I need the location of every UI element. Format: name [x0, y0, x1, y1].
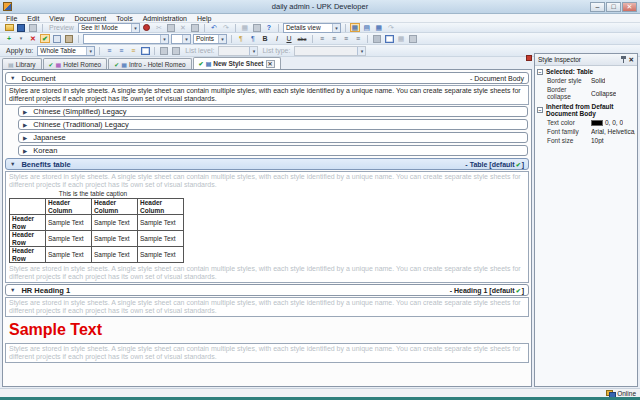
row-above-icon[interactable]: ≡ [104, 46, 114, 55]
add-dropdown-icon[interactable]: ▾ [16, 34, 26, 43]
chevron-down-icon: ▾ [357, 47, 365, 55]
details-view-combo[interactable]: Details view ▾ [283, 23, 341, 33]
menu-view[interactable]: View [49, 15, 64, 22]
minimize-button[interactable]: – [590, 2, 605, 12]
row-below-icon[interactable]: ≡ [116, 46, 126, 55]
chevron-down-icon[interactable]: ▾ [332, 24, 340, 32]
layout-split-icon[interactable]: ▦ [374, 23, 384, 32]
section-header-document[interactable]: ▼ Document - Document Body [5, 72, 529, 84]
layout-refresh-icon[interactable]: ↷ [386, 23, 396, 32]
layout-columns-icon[interactable]: ▦ [350, 23, 360, 32]
group-selected-table[interactable]: − Selected: Table [535, 66, 637, 76]
layout-rows-icon[interactable]: ▤ [362, 23, 372, 32]
properties-icon[interactable] [52, 34, 62, 43]
align-justify-icon[interactable]: ≡ [353, 34, 363, 43]
find-icon[interactable] [252, 23, 262, 32]
paste-icon[interactable] [190, 23, 200, 32]
copy-icon[interactable] [166, 23, 176, 32]
font-size-combo[interactable]: ▾ [171, 34, 191, 44]
default-style-icon[interactable]: ✔ [40, 34, 50, 43]
print-icon[interactable] [28, 23, 38, 32]
section-chinese-traditional[interactable]: ▶ Chinese (Traditional) Legacy [18, 119, 528, 130]
section-korean[interactable]: ▶ Korean [18, 145, 528, 156]
italic-button[interactable]: I [272, 35, 282, 42]
section-chinese-simplified[interactable]: ▶ Chinese (Simplified) Legacy [18, 106, 528, 117]
section-japanese[interactable]: ▶ Japanese [18, 132, 528, 143]
collapse-group-icon[interactable]: − [537, 107, 543, 113]
undo-icon[interactable]: ↶ [209, 23, 219, 32]
close-tab-icon[interactable]: ✕ [266, 60, 275, 68]
document-body-sample[interactable]: Styles are stored in style sheets. A sin… [5, 85, 529, 105]
group-inherited[interactable]: − Inherited from Default Document Body [535, 101, 637, 118]
format-painter-icon[interactable] [64, 34, 74, 43]
sample-table[interactable]: Header Column Header Column Header Colum… [9, 198, 184, 263]
menu-file[interactable]: File [6, 15, 17, 22]
help-icon[interactable]: ? [264, 23, 274, 32]
close-panel-icon[interactable]: ✕ [629, 56, 634, 64]
chevron-down-icon[interactable]: ▾ [160, 35, 168, 43]
menu-administration[interactable]: Administration [143, 15, 187, 22]
tab-intro-hotel-romeo[interactable]: ✔ ▦ Intro - Hotel Romeo [108, 58, 191, 69]
style-type-label: - Document Body [470, 75, 524, 82]
section-header-benefits-table[interactable]: ▼ Benefits table - Table [default✔] [5, 158, 529, 170]
expand-icon[interactable]: ▶ [23, 135, 27, 141]
text-color-icon[interactable]: ¶ [248, 34, 258, 43]
delete-style-icon[interactable]: ✕ [28, 34, 38, 43]
maximize-button[interactable]: □ [606, 2, 621, 12]
insert-table-icon[interactable] [384, 34, 394, 43]
split-cells-icon[interactable] [408, 34, 418, 43]
redo-icon[interactable]: ↷ [221, 23, 231, 32]
collapse-icon[interactable]: ▼ [10, 75, 15, 81]
style-inspector-titlebar[interactable]: Style Inspector ✕ [535, 54, 637, 66]
collapse-group-icon[interactable]: − [537, 69, 543, 75]
prop-font-family: Font family Arial, Helvetica, sans... [535, 127, 637, 136]
align-center-icon[interactable]: ≡ [329, 34, 339, 43]
merge-cells-icon[interactable]: ▦ [396, 34, 406, 43]
align-right-icon[interactable]: ≡ [341, 34, 351, 43]
record-icon[interactable] [142, 23, 152, 32]
expand-icon[interactable]: ▶ [23, 122, 27, 128]
menu-document[interactable]: Document [74, 15, 106, 22]
heading-sample-text[interactable]: Sample Text [9, 321, 525, 339]
chevron-down-icon[interactable]: ▾ [218, 35, 226, 43]
tab-library[interactable]: ▤ Library [2, 58, 42, 69]
open-icon[interactable] [4, 23, 14, 32]
column-left-icon[interactable]: ≡ [128, 46, 138, 55]
chevron-down-icon[interactable]: ▾ [86, 47, 94, 55]
delete-icon[interactable]: ✕ [178, 23, 188, 32]
section-header-hr-heading-1[interactable]: ▼ HR Heading 1 - Heading 1 [default✔] [5, 284, 529, 296]
expand-icon[interactable]: ▶ [23, 148, 27, 154]
play-mode-combo[interactable]: See It! Mode ▾ [78, 23, 140, 33]
pin-icon[interactable] [621, 56, 626, 63]
menu-help[interactable]: Help [197, 15, 211, 22]
paragraph-mark-icon[interactable]: ¶ [236, 34, 246, 43]
align-left-icon[interactable]: ≡ [317, 34, 327, 43]
tab-hotel-romeo[interactable]: ✔ ▦ Hotel Romeo [43, 58, 108, 69]
prop-border-collapse: Border collapse Collapse [535, 85, 637, 101]
collapse-icon[interactable]: ▼ [10, 161, 15, 167]
strikethrough-button[interactable]: abc [296, 36, 308, 42]
collapse-icon[interactable]: ▼ [10, 287, 15, 293]
save-icon[interactable] [16, 23, 26, 32]
delete-row-icon[interactable] [159, 46, 169, 55]
borders-icon[interactable] [140, 46, 150, 55]
apply-to-combo[interactable]: Whole Table ▾ [37, 46, 95, 56]
delete-column-icon[interactable] [171, 46, 181, 55]
chevron-down-icon[interactable]: ▾ [131, 24, 139, 32]
chevron-down-icon[interactable]: ▾ [182, 35, 190, 43]
benefits-table-preview[interactable]: Styles are stored in style sheets. A sin… [5, 171, 529, 283]
section-title: Document [21, 74, 55, 83]
expand-icon[interactable]: ▶ [23, 109, 27, 115]
bold-button[interactable]: B [260, 35, 270, 42]
window-icon[interactable]: ▦ [240, 23, 250, 32]
close-button[interactable]: ✕ [622, 2, 637, 12]
underline-button[interactable]: U [284, 35, 294, 42]
add-style-icon[interactable]: + [4, 34, 14, 43]
cut-icon[interactable]: ✂ [154, 23, 164, 32]
tab-new-style-sheet[interactable]: ✔ ▤ New Style Sheet ✕ [193, 57, 281, 69]
menu-tools[interactable]: Tools [116, 15, 132, 22]
font-family-combo[interactable]: ▾ [83, 34, 169, 44]
font-unit-combo[interactable]: Points ▾ [193, 34, 227, 44]
sound-icon[interactable] [372, 34, 382, 43]
menu-edit[interactable]: Edit [27, 15, 39, 22]
